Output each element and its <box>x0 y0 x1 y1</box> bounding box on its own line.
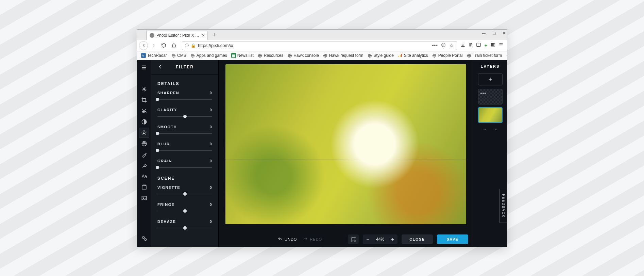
effect-tool[interactable] <box>139 139 149 149</box>
nav-back-button[interactable] <box>139 41 148 50</box>
bookmark-item[interactable]: Hawk console <box>285 52 321 59</box>
arrange-tool[interactable] <box>139 84 149 94</box>
filter-back-button[interactable] <box>157 64 163 70</box>
canvas-stage[interactable] <box>219 60 473 232</box>
layer-up-button[interactable] <box>482 127 487 133</box>
slider-value: 0 <box>209 220 212 224</box>
extension-icon[interactable]: ✦ <box>484 43 488 48</box>
window-maximize-button[interactable]: ▢ <box>492 31 496 35</box>
element-tool[interactable] <box>139 182 149 192</box>
slider-row: DEHAZE0 <box>157 220 212 230</box>
window-minimize-button[interactable]: — <box>482 31 486 35</box>
reader-icon[interactable] <box>441 43 446 49</box>
page-actions-icon[interactable]: ••• <box>432 43 438 49</box>
close-button[interactable]: CLOSE <box>402 234 433 244</box>
menu-button[interactable] <box>139 62 149 72</box>
window-close-button[interactable]: ✕ <box>503 31 506 35</box>
slider-thumb[interactable] <box>183 192 187 196</box>
slider-track[interactable] <box>157 209 212 213</box>
extension2-icon[interactable] <box>491 42 496 49</box>
nav-home-button[interactable] <box>169 41 179 50</box>
slider-track[interactable] <box>157 226 212 230</box>
layers-panel: LAYERS ••• FEEDBACK <box>473 60 507 247</box>
slider-thumb[interactable] <box>156 166 159 169</box>
liquify-tool[interactable] <box>139 149 149 160</box>
layer-thumb-image[interactable] <box>478 107 503 123</box>
canvas-area: UNDO REDO − 44% + CLOSE <box>219 60 473 247</box>
bookmark-item[interactable]: trTechRadar <box>139 52 169 59</box>
filter-section-title: SCENE <box>157 176 212 181</box>
site-info-icon[interactable]: ⓘ <box>185 43 189 48</box>
bookmark-item[interactable]: Train ticket form <box>465 52 504 59</box>
nav-reload-button[interactable] <box>159 41 168 50</box>
settings-button[interactable] <box>139 233 149 243</box>
tool-column <box>137 60 151 247</box>
add-layer-button[interactable] <box>478 73 503 85</box>
sidebar-icon[interactable] <box>476 42 481 49</box>
zoom-in-button[interactable]: + <box>388 236 397 242</box>
feedback-button[interactable]: FEEDBACK <box>499 189 507 223</box>
menu-icon[interactable] <box>498 42 504 49</box>
filter-panel-body[interactable]: DETAILSSHARPEN0CLARITY0SMOOTH0BLUR0GRAIN… <box>151 75 218 247</box>
tab-close-icon[interactable]: × <box>202 33 205 38</box>
adjust-tool[interactable] <box>139 117 149 127</box>
draw-tool[interactable] <box>139 160 149 171</box>
slider-track[interactable] <box>157 97 212 102</box>
slider-track[interactable] <box>157 165 212 170</box>
svg-point-25 <box>144 238 146 240</box>
layer-thumb-empty[interactable]: ••• <box>478 89 503 104</box>
slider-track[interactable] <box>157 131 212 136</box>
bookmark-item[interactable]: Hawk request form <box>321 52 366 59</box>
slider-value: 0 <box>209 91 212 95</box>
bookmark-item[interactable]: Apps and games <box>188 52 229 59</box>
slider-value: 0 <box>209 185 212 190</box>
cutout-tool[interactable] <box>139 106 149 116</box>
zoom-control: − 44% + <box>363 234 397 244</box>
zoom-value: 44% <box>373 237 388 242</box>
close-label: CLOSE <box>409 237 425 241</box>
bookmark-item[interactable]: Style guide <box>366 52 396 59</box>
addimage-tool[interactable] <box>139 193 149 203</box>
bookmark-item[interactable]: CMS <box>169 52 188 59</box>
slider-thumb[interactable] <box>156 149 159 152</box>
crop-tool[interactable] <box>139 95 149 105</box>
slider-track[interactable] <box>157 148 212 153</box>
save-button[interactable]: SAVE <box>437 234 468 244</box>
bookmark-star-icon[interactable]: ☆ <box>449 42 454 49</box>
browser-tab[interactable]: Photo Editor : Pixlr X - free ima… × <box>147 31 208 40</box>
redo-button[interactable]: REDO <box>303 237 322 242</box>
url-bar[interactable]: ⓘ 🔒 https://pixlr.com/x/ ••• ☆ <box>182 41 457 50</box>
library-icon[interactable] <box>468 42 473 49</box>
bookmark-label: News list <box>237 53 254 58</box>
bookmark-item[interactable]: Resources <box>256 52 285 59</box>
slider-thumb[interactable] <box>156 132 159 135</box>
slider-track[interactable] <box>157 192 212 196</box>
bookmark-label: Site analytics <box>404 53 428 58</box>
bookmark-item[interactable]: People Portal <box>430 52 465 59</box>
slider-track[interactable] <box>157 114 212 119</box>
svg-rect-21 <box>143 185 146 185</box>
slider-thumb[interactable] <box>183 115 187 118</box>
layer-options-icon[interactable]: ••• <box>480 91 487 96</box>
slider-value: 0 <box>209 125 212 129</box>
nav-forward-button[interactable] <box>149 41 158 50</box>
bookmark-item[interactable]: Feedly <box>504 52 507 59</box>
fit-screen-button[interactable] <box>348 234 359 244</box>
filter-tool[interactable] <box>139 128 149 138</box>
window-controls: — ▢ ✕ <box>482 31 506 35</box>
zoom-out-button[interactable]: − <box>363 236 373 242</box>
canvas-image[interactable] <box>225 64 466 224</box>
slider-thumb[interactable] <box>156 98 159 101</box>
new-tab-button[interactable]: + <box>210 31 219 40</box>
layer-down-button[interactable] <box>493 127 498 133</box>
slider-row: CLARITY0 <box>157 108 212 119</box>
lock-icon: 🔒 <box>191 43 196 48</box>
filter-section-title: DETAILS <box>157 81 212 86</box>
text-tool[interactable] <box>139 171 149 181</box>
slider-thumb[interactable] <box>183 226 187 230</box>
bookmark-item[interactable]: ▦News list <box>229 52 256 59</box>
downloads-icon[interactable] <box>460 42 465 49</box>
bookmark-item[interactable]: Site analytics <box>396 52 430 59</box>
slider-thumb[interactable] <box>183 209 187 213</box>
undo-button[interactable]: UNDO <box>278 237 297 242</box>
